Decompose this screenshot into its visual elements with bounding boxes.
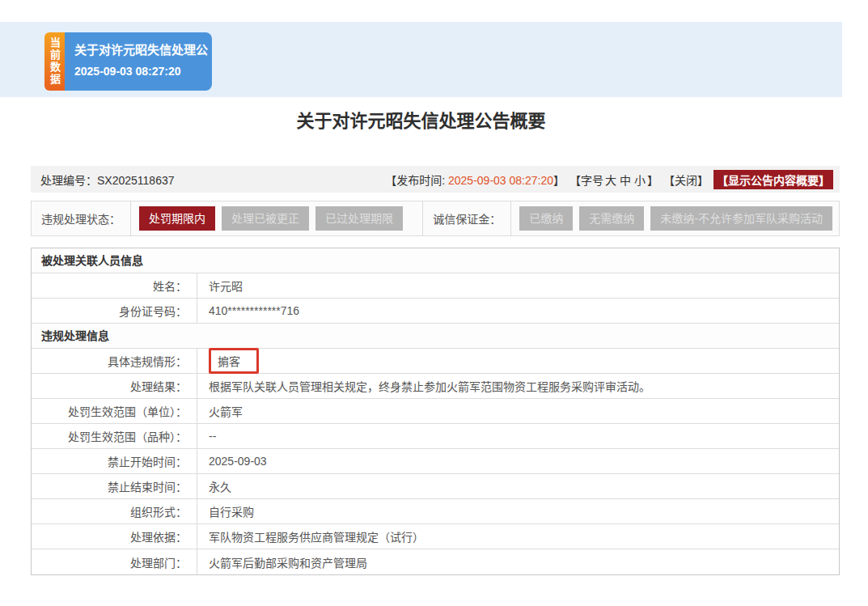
row-value: 410************716 (197, 299, 839, 323)
row-label: 处理部门： (32, 549, 197, 574)
violation-status-label: 违规处理状态： (32, 201, 131, 235)
font-size-large[interactable]: 大 (605, 174, 616, 187)
current-data-banner[interactable]: 当前数据 关于对许元昭失信处理公 2025-09-03 08:27:20 (44, 32, 212, 91)
info-bar-actions: 【发布时间: 2025-09-03 08:27:20】 【字号大中小】 【关闭】… (380, 170, 833, 189)
page-title: 关于对许元昭失信处理公告概要 (0, 106, 842, 132)
row-label: 组织形式： (32, 499, 197, 523)
publish-time: 【发布时间: 2025-09-03 08:27:20】 (385, 172, 565, 188)
show-summary-button[interactable]: 【显示公告内容概要】 (713, 170, 833, 189)
row-value: 许元昭 (197, 273, 839, 298)
deposit-option-button[interactable]: 已缴纳 (519, 206, 573, 231)
deposit-status-options: 已缴纳无需缴纳未缴纳-不允许参加军队采购活动 (519, 206, 839, 231)
row-label: 处理结果： (32, 374, 197, 398)
row-value: 火箭军 (197, 399, 839, 423)
current-data-box[interactable]: 关于对许元昭失信处理公 2025-09-03 08:27:20 (65, 32, 212, 91)
table-row: 身份证号码：410************716 (32, 299, 839, 324)
deposit-status-group: 诚信保证金： 已缴纳无需缴纳未缴纳-不允许参加军队采购活动 (422, 201, 839, 235)
publish-time-suffix: 】 (553, 174, 565, 187)
row-value: 2025-09-03 (197, 449, 839, 473)
table-row: 禁止结束时间：永久 (32, 474, 839, 499)
row-label: 具体违规情形： (32, 349, 197, 373)
font-size-control: 【字号大中小】 (569, 172, 658, 188)
deposit-option-button[interactable]: 无需缴纳 (579, 206, 644, 231)
close-button[interactable]: 【关闭】 (663, 172, 709, 188)
doc-number-value: SX2025118637 (97, 174, 175, 187)
table-row: 处罚生效范围（品种）：-- (32, 424, 839, 449)
doc-number: 处理编号：SX2025118637 (40, 172, 175, 188)
table-row: 姓名：许元昭 (32, 273, 839, 299)
row-label: 身份证号码： (32, 299, 197, 323)
doc-number-label: 处理编号： (40, 174, 97, 187)
publish-time-value: 2025-09-03 08:27:20 (448, 174, 553, 187)
banner-timestamp: 2025-09-03 08:27:20 (74, 65, 202, 78)
row-label: 禁止结束时间： (32, 474, 197, 498)
row-value: 自行采购 (197, 499, 839, 523)
row-value: 火箭军后勤部采购和资产管理局 (197, 549, 839, 574)
table-row: 处罚生效范围（单位）：火箭军 (32, 399, 839, 424)
section-header: 被处理关联人员信息 (32, 248, 839, 273)
highlight-annotation: 掮客 (209, 348, 259, 374)
table-row: 禁止开始时间：2025-09-03 (32, 449, 839, 474)
row-value: 根据军队关联人员管理相关规定，终身禁止参加火箭军范围物资工程服务采购评审活动。 (197, 374, 839, 398)
row-value: 永久 (197, 474, 839, 498)
section-header: 违规处理信息 (32, 324, 839, 349)
row-value: -- (197, 424, 839, 448)
row-label: 处罚生效范围（品种）： (32, 424, 197, 448)
font-size-suffix: 】 (647, 174, 658, 187)
current-data-tab[interactable]: 当前数据 (44, 32, 65, 91)
table-row: 具体违规情形：掮客 (32, 349, 839, 374)
publish-time-prefix: 【发布时间: (385, 174, 448, 187)
table-row: 处理依据：军队物资工程服务供应商管理规定（试行） (32, 524, 839, 549)
row-label: 姓名： (32, 273, 197, 298)
font-size-medium[interactable]: 中 (620, 174, 631, 187)
violation-status-options: 处罚期限内处理已被更正已过处理期限 (139, 206, 409, 231)
row-value: 掮客 (197, 349, 839, 373)
table-row: 处理结果：根据军队关联人员管理相关规定，终身禁止参加火箭军范围物资工程服务采购评… (32, 374, 839, 399)
status-bar: 违规处理状态： 处罚期限内处理已被更正已过处理期限 诚信保证金： 已缴纳无需缴纳… (31, 201, 840, 236)
row-label: 处理依据： (32, 524, 197, 549)
detail-table: 被处理关联人员信息姓名：许元昭身份证号码：410************716违… (31, 248, 840, 575)
font-size-small[interactable]: 小 (634, 174, 646, 187)
table-row: 组织形式：自行采购 (32, 499, 839, 524)
deposit-option-button[interactable]: 未缴纳-不允许参加军队采购活动 (650, 206, 832, 231)
banner-notice-title: 关于对许元昭失信处理公 (74, 40, 202, 57)
violation-option-button[interactable]: 处理已被更正 (222, 206, 309, 231)
deposit-status-label: 诚信保证金： (423, 201, 511, 235)
row-label: 处罚生效范围（单位）： (32, 399, 197, 423)
row-value: 军队物资工程服务供应商管理规定（试行） (197, 524, 839, 549)
violation-option-button[interactable]: 处罚期限内 (139, 206, 215, 231)
table-row: 处理部门：火箭军后勤部采购和资产管理局 (32, 549, 839, 574)
row-label: 禁止开始时间： (32, 449, 197, 473)
violation-option-button[interactable]: 已过处理期限 (315, 206, 403, 231)
font-size-prefix: 【字号 (569, 174, 603, 187)
violation-status-group: 违规处理状态： 处罚期限内处理已被更正已过处理期限 (32, 201, 422, 235)
info-bar: 处理编号：SX2025118637 【发布时间: 2025-09-03 08:2… (31, 166, 840, 193)
